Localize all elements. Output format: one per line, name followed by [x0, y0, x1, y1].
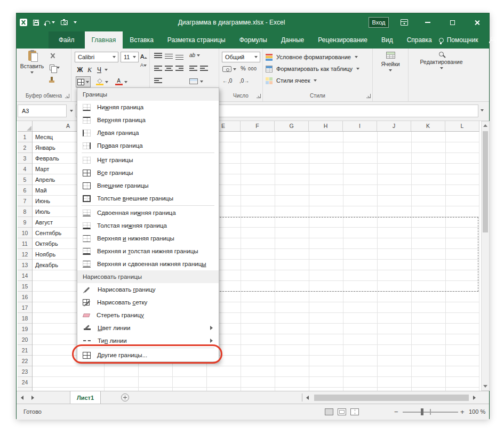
align-center-icon[interactable]: [165, 66, 173, 73]
shrink-font-button[interactable]: А: [140, 62, 147, 68]
row-header[interactable]: 18: [18, 313, 32, 324]
row-headers[interactable]: 123456789101112131415161718192021222324: [18, 132, 33, 391]
grow-font-button[interactable]: А: [140, 53, 147, 60]
underline-chevron-icon[interactable]: [105, 69, 108, 71]
row-header[interactable]: 15: [18, 281, 32, 292]
maximize-button[interactable]: [440, 13, 465, 31]
row-header[interactable]: 1: [18, 132, 32, 142]
orientation-button[interactable]: ab: [189, 52, 200, 58]
tab-page-layout[interactable]: Разметка страницы: [161, 31, 233, 49]
align-top-icon[interactable]: [154, 53, 162, 60]
row-header[interactable]: 23: [18, 366, 32, 377]
horizontal-scrollbar-thumb[interactable]: [314, 395, 469, 401]
row-header[interactable]: 6: [18, 185, 32, 196]
sheet-nav-left-icon[interactable]: [21, 396, 23, 400]
camera-icon[interactable]: [61, 20, 68, 25]
column-header[interactable]: H: [309, 121, 343, 131]
row-header[interactable]: 4: [18, 164, 32, 174]
menu-item-top-and-thick-bottom-border[interactable]: Верхняя и толстая нижняя границы: [77, 245, 219, 258]
tab-file[interactable]: Файл: [49, 31, 85, 49]
row-header[interactable]: 5: [18, 174, 32, 185]
menu-item-bottom-border[interactable]: Нижняя граница: [77, 101, 219, 114]
borders-button[interactable]: [76, 76, 91, 87]
fill-color-button[interactable]: [94, 76, 110, 87]
menu-item-top-and-bottom-border[interactable]: Верхняя и нижняя границы: [77, 232, 219, 245]
zoom-level[interactable]: 100 %: [469, 408, 485, 415]
name-box[interactable]: A3: [18, 105, 67, 117]
row-header[interactable]: 7: [18, 196, 32, 206]
row-header[interactable]: 3: [18, 153, 32, 164]
format-painter-icon[interactable]: [51, 77, 53, 81]
cell-styles-button[interactable]: Стили ячеек: [266, 75, 317, 86]
format-as-table-button[interactable]: Форматировать как таблицу: [266, 63, 359, 74]
accounting-format-button[interactable]: [222, 66, 236, 72]
vertical-scrollbar-thumb[interactable]: [483, 131, 488, 232]
column-header[interactable]: K: [411, 121, 445, 131]
row-header[interactable]: 10: [18, 228, 32, 238]
conditional-formatting-button[interactable]: Условное форматирование: [266, 52, 358, 62]
row-header[interactable]: 22: [18, 356, 32, 366]
menu-item-no-border[interactable]: Нет границы: [77, 154, 219, 166]
align-left-icon[interactable]: [154, 66, 162, 73]
copy-button[interactable]: [50, 65, 60, 70]
column-header[interactable]: G: [275, 121, 309, 131]
share-button[interactable]: Поделиться: [489, 36, 504, 44]
add-sheet-icon[interactable]: [121, 393, 129, 401]
font-color-button[interactable]: А: [113, 76, 129, 87]
comma-style-button[interactable]: 000: [248, 66, 257, 71]
menu-item-left-border[interactable]: Левая граница: [77, 126, 219, 139]
vertical-scrollbar[interactable]: [481, 121, 490, 391]
menu-item-line-style[interactable]: Тип линии: [77, 334, 219, 347]
tab-home[interactable]: Главная: [85, 31, 123, 49]
close-button[interactable]: [465, 13, 489, 31]
scroll-down-icon[interactable]: [483, 385, 487, 388]
scroll-up-icon[interactable]: [483, 124, 487, 127]
paste-button[interactable]: Вставить: [20, 51, 44, 74]
hscroll-right-icon[interactable]: [473, 396, 476, 400]
menu-item-draw-border[interactable]: Нарисовать границу: [77, 283, 219, 296]
align-bottom-icon[interactable]: [175, 53, 183, 60]
menu-item-top-and-double-bottom-border[interactable]: Верхняя и сдвоенная нижняя границы: [77, 258, 219, 270]
row-header[interactable]: 16: [18, 292, 32, 302]
font-name-combo[interactable]: Calibri: [75, 52, 118, 62]
tab-view[interactable]: Вид: [374, 31, 400, 49]
row-header[interactable]: 11: [18, 238, 32, 249]
increase-indent-icon[interactable]: [200, 66, 208, 73]
column-header[interactable]: I: [343, 121, 377, 131]
hscroll-left-icon[interactable]: [306, 396, 309, 400]
menu-item-all-borders[interactable]: Все границы: [77, 166, 219, 179]
row-header[interactable]: 21: [18, 345, 32, 356]
number-dialog-launcher-icon[interactable]: [257, 94, 261, 98]
menu-item-draw-border-grid[interactable]: Нарисовать сетку: [77, 296, 219, 309]
menu-item-erase-border[interactable]: Стереть границу: [77, 309, 219, 322]
menu-item-thick-bottom-border[interactable]: Толстая нижняя граница: [77, 219, 219, 232]
zoom-out-button[interactable]: −: [394, 408, 398, 416]
column-header[interactable]: F: [241, 121, 275, 131]
menu-item-right-border[interactable]: Правая граница: [77, 139, 219, 152]
cut-icon[interactable]: [50, 53, 56, 59]
sign-in-button[interactable]: Вход: [369, 17, 389, 28]
view-page-layout-button[interactable]: [338, 408, 346, 415]
column-header[interactable]: L: [445, 121, 479, 131]
decrease-indent-icon[interactable]: [189, 66, 197, 73]
assistant-button[interactable]: Помощник: [439, 36, 478, 44]
row-header[interactable]: 8: [18, 206, 32, 217]
row-header[interactable]: 17: [18, 302, 32, 313]
zoom-in-button[interactable]: +: [460, 408, 465, 416]
tab-help[interactable]: Справка: [400, 31, 439, 49]
select-all-corner[interactable]: [18, 121, 33, 131]
menu-item-outside-borders[interactable]: Внешние границы: [77, 179, 219, 192]
row-header[interactable]: 20: [18, 334, 32, 345]
view-normal-button[interactable]: [325, 408, 333, 415]
cells-button[interactable]: Ячейки: [373, 52, 408, 71]
menu-item-more-borders[interactable]: Другие границы...: [77, 349, 219, 361]
number-format-combo[interactable]: Общий: [222, 52, 260, 62]
row-header[interactable]: 2: [18, 142, 32, 153]
minimize-button[interactable]: [415, 13, 440, 31]
name-box-chevron[interactable]: [67, 105, 75, 117]
row-header[interactable]: 13: [18, 260, 32, 270]
align-middle-icon[interactable]: [165, 53, 173, 60]
tab-insert[interactable]: Вставка: [123, 31, 161, 49]
menu-item-top-border[interactable]: Верхняя граница: [77, 114, 219, 126]
wrap-text-icon[interactable]: [154, 78, 162, 85]
